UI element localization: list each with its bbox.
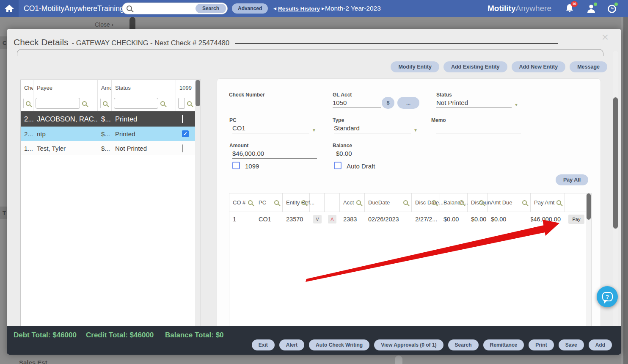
scrollbar-thumb[interactable] [613,97,618,229]
add-existing-entity-button[interactable]: Add Existing Entity [443,61,507,72]
search-icon[interactable] [301,200,306,205]
column-header-disc-date: Disc Date... [415,199,443,206]
chevron-down-icon[interactable]: ▼ [312,128,316,132]
pc-select[interactable]: CO1 [232,124,309,133]
modal-footer-bar: Debt Total: $46000 Credit Total: $46000 … [7,326,621,355]
balance-total: Balance Total: $0 [165,331,224,339]
search-icon[interactable] [26,101,30,106]
prev-result-icon[interactable]: ◀ [273,6,276,11]
notification-count-badge: 10 [571,1,578,7]
filter-1099-input[interactable] [178,98,185,109]
help-button[interactable]: ? [597,286,618,307]
status-select[interactable]: Not Printed [436,99,512,108]
pay-all-button[interactable]: Pay All [556,174,588,185]
column-header-1099: 1099 [176,80,196,96]
search-icon[interactable] [403,200,408,205]
gl-acct-label: GL Acct [333,92,352,98]
filter-cursor [23,99,24,108]
add-button[interactable]: Add [589,339,612,350]
a-button[interactable]: A [328,215,336,223]
check-row[interactable]: 1... Test, Tyler $... Not Printed [21,141,196,155]
column-header-status: Status [112,80,176,96]
gl-lookup-button[interactable]: ... [397,97,419,109]
type-label: Type [333,117,344,123]
background-partial-text: Sales Est [19,359,47,364]
invoice-row[interactable]: 1 CO1 23570 V A 2383 02/26/2023 2/27/2..… [229,212,586,226]
v-button[interactable]: V [313,215,322,223]
search-input[interactable] [136,4,191,13]
online-status-dot [594,3,597,6]
search-icon[interactable] [274,200,279,205]
row-checkbox[interactable] [182,144,183,152]
check-row-selected[interactable]: 2... ntp $... Printed ✓ [21,127,196,141]
gl-acct-input[interactable]: 1050 [333,99,381,108]
check-detail-card: Check Number GL Acct 1050 $ ... Status N… [217,78,601,332]
scrollbar-thumb[interactable] [196,80,200,106]
background-close-link: Close ‹ [95,21,113,28]
search-icon[interactable] [160,101,165,106]
search-icon[interactable] [432,200,436,205]
filter-cursor [100,99,101,108]
type-select[interactable]: Standard [334,124,411,133]
home-icon [4,3,14,14]
dollar-button[interactable]: $ [382,97,394,109]
search-icon[interactable] [356,200,361,205]
add-new-entity-button[interactable]: Add New Entity [512,61,566,72]
pc-label: PC [229,117,237,123]
chevron-down-icon[interactable]: ▼ [514,102,518,107]
message-button[interactable]: Message [570,61,607,72]
row-checkbox-checked[interactable]: ✓ [182,130,189,137]
results-history-nav[interactable]: ◀ Results History ▶ [273,0,325,17]
modal-scrollbar [613,51,618,354]
row-checkbox[interactable] [182,115,183,123]
background-scroll-nub [395,356,402,364]
search-icon[interactable] [522,200,527,205]
amount-input[interactable]: $46,000.00 [232,150,317,159]
pay-button[interactable]: Pay [568,215,584,224]
modal-subtitle: - GATEWAY CHECKING - Next Check # 254744… [72,39,230,47]
top-navigation-bar: CO1-MotilityAnywhereTraining Search Adva… [0,0,628,17]
remittance-button[interactable]: Remittance [483,339,524,350]
home-button[interactable] [0,0,19,17]
global-search: Search [122,3,228,14]
footer-actions: Exit Alert Auto Check Writing View Appro… [252,339,612,350]
balance-label: Balance [333,143,352,149]
scrollbar-thumb[interactable] [587,193,591,220]
search-button[interactable]: Search [196,4,226,13]
alert-button[interactable]: Alert [279,339,304,350]
search-icon[interactable] [187,101,192,106]
back-icon: ‹ [112,21,114,28]
amount-label: Amount [229,143,248,149]
screen: Close ‹ C T Sales Est CO1-MotilityAnywhe… [0,0,628,364]
auto-check-writing-button[interactable]: Auto Check Writing [309,339,369,350]
next-result-icon[interactable]: ▶ [322,6,325,11]
1099-checkbox[interactable] [232,162,240,169]
check-number-label: Check Number [229,92,265,98]
memo-input[interactable] [436,124,521,133]
status-filter-input[interactable] [114,98,158,109]
chevron-down-icon[interactable]: ▼ [413,128,418,132]
save-button[interactable]: Save [559,339,584,350]
search-icon[interactable] [248,200,253,205]
invoice-table-header: CO # PC Entity Ref... Acct DueDate Disc … [229,193,586,212]
page-scrollbar-thumb[interactable] [623,17,628,364]
advanced-search-button[interactable]: Advanced [232,3,268,14]
results-history-link[interactable]: Results History [278,6,320,12]
payee-filter-input[interactable] [36,98,80,109]
search-icon[interactable] [459,200,464,205]
search-icon[interactable] [82,101,87,106]
check-row[interactable]: 2... JACOBSON, RAC... $... Printed [21,111,196,127]
exit-button[interactable]: Exit [252,339,275,350]
checks-list-scrollbar [195,80,201,332]
search-button[interactable]: Search [448,339,479,350]
column-header-pay-amt: Pay Amt [534,199,554,206]
print-button[interactable]: Print [529,339,554,350]
auto-draft-checkbox[interactable] [334,162,342,169]
search-icon[interactable] [479,200,484,205]
column-header-pc: PC [259,199,266,206]
modify-entity-button[interactable]: Modify Entity [391,61,439,72]
search-icon[interactable] [556,200,561,205]
view-approvals-button[interactable]: View Approvals (0 of 1) [374,339,443,350]
search-icon[interactable] [103,101,107,106]
column-header-duedate: DueDate [368,199,390,206]
